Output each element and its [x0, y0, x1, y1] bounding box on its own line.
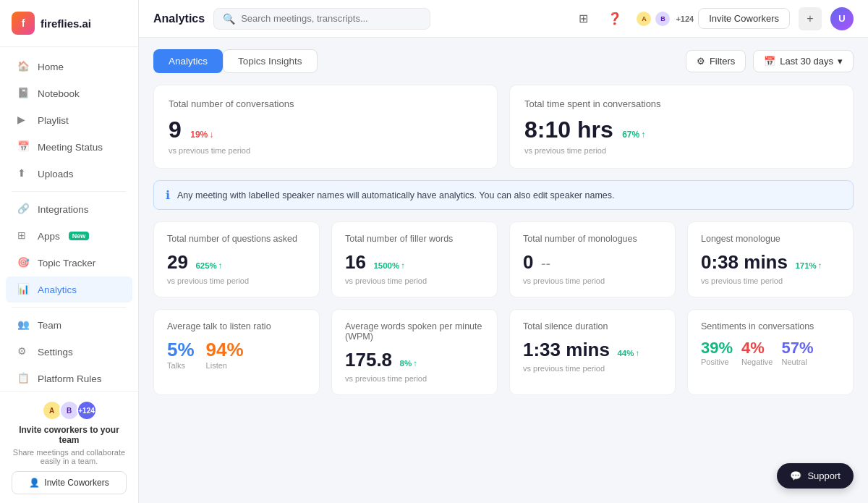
metric-card-questions: Total number of questions asked 29 625%↑… [153, 221, 320, 297]
listen-label: Listen [206, 361, 244, 370]
metrics-grid-row2: Average talk to listen ratio 5% Talks 94… [153, 309, 854, 395]
sidebar: f fireflies.ai 🏠 Home 📓 Notebook ▶ Playl… [0, 0, 139, 503]
sidebar-item-label: Meeting Status [38, 142, 103, 153]
sidebar-item-topic-tracker[interactable]: 🎯 Topic Tracker [6, 250, 132, 276]
logo-icon: f [12, 12, 35, 35]
invite-coworkers-group: A B +124 Invite Coworkers [635, 8, 790, 29]
metric-filler-vs: vs previous time period [345, 276, 484, 285]
metric-filler-title: Total number of filler words [345, 234, 484, 244]
stat-time-title: Total time spent in conversations [524, 98, 838, 109]
date-range-button[interactable]: 📅 Last 30 days ▾ [753, 50, 854, 72]
grid-icon-button[interactable]: ⊞ [571, 7, 595, 30]
sidebar-item-playlist[interactable]: ▶ Playlist [6, 107, 132, 133]
sentiment-values: 39% Positive 4% Negative 57% Neutral [701, 339, 840, 366]
metric-questions-title: Total number of questions asked [167, 234, 306, 244]
metric-longest-title: Longest monologue [701, 234, 840, 244]
invite-coworkers-footer-button[interactable]: 👤 Invite Coworkers [12, 471, 127, 494]
sidebar-footer: A B +124 Invite coworkers to your team S… [0, 391, 138, 503]
metric-longest-vs: vs previous time period [701, 276, 840, 285]
invite-icon: 👤 [29, 478, 40, 488]
stat-conversations-value-row: 9 19%↓ [169, 117, 482, 143]
sidebar-item-label: Settings [38, 347, 73, 358]
metric-card-silence: Total silence duration 1:33 mins 44%↑ vs… [509, 309, 676, 395]
sidebar-item-analytics[interactable]: 📊 Analytics [6, 276, 132, 303]
talks-label: Talks [167, 361, 195, 370]
analytics-icon: 📊 [17, 283, 30, 296]
metric-wpm-change: 8%↑ [400, 359, 417, 368]
top-stats-row: Total number of conversations 9 19%↓ vs … [153, 85, 854, 169]
metric-card-longest-monologue: Longest monologue 0:38 mins 171%↑ vs pre… [687, 221, 854, 297]
footer-avatars: A B +124 [12, 400, 127, 420]
metric-longest-value: 0:38 mins [701, 251, 788, 273]
sidebar-item-uploads[interactable]: ⬆ Uploads [6, 161, 132, 187]
metric-filler-value: 16 [345, 251, 366, 273]
invite-coworkers-topbar-button[interactable]: Invite Coworkers [698, 8, 790, 29]
search-icon: 🔍 [223, 13, 235, 25]
filter-icon: ⚙ [697, 56, 705, 67]
metrics-grid-row1: Total number of questions asked 29 625%↑… [153, 221, 854, 297]
stat-conversations-title: Total number of conversations [169, 98, 482, 109]
metric-questions-change: 625%↑ [195, 261, 222, 270]
support-button[interactable]: 💬 Support [777, 463, 854, 489]
calendar-icon: 📅 [764, 56, 775, 67]
stat-time-vs: vs previous time period [524, 146, 838, 155]
sidebar-item-label: Apps [38, 231, 60, 242]
sidebar-item-meeting-status[interactable]: 📅 Meeting Status [6, 134, 132, 160]
sidebar-item-integrations[interactable]: 🔗 Integrations [6, 196, 132, 222]
playlist-icon: ▶ [17, 114, 30, 127]
info-banner-text: Any meeting with labelled speaker names … [177, 190, 615, 200]
metric-questions-vs: vs previous time period [167, 276, 306, 285]
negative-label: Negative [741, 358, 773, 366]
metric-monologues-value: 0 [523, 251, 533, 273]
content-area: Analytics Topics Insights ⚙ Filters 📅 La… [139, 38, 868, 503]
metric-monologues-vs: vs previous time period [523, 276, 662, 285]
negative-value: 4% [741, 339, 765, 357]
listen-group: 94% Listen [206, 339, 244, 370]
info-icon: ℹ [166, 188, 170, 202]
logo-text: fireflies.ai [41, 17, 91, 30]
metric-card-monologues: Total number of monologues 0 -- vs previ… [509, 221, 676, 297]
add-button[interactable]: + [799, 7, 822, 30]
tab-topics-insights[interactable]: Topics Insights [223, 49, 318, 73]
sidebar-item-home[interactable]: 🏠 Home [6, 54, 132, 80]
metric-monologues-value-row: 0 -- [523, 251, 662, 274]
metric-card-wpm: Average words spoken per minute (WPM) 17… [331, 309, 498, 395]
share-text: Share meetings and collaborate easily in… [12, 448, 127, 465]
sidebar-item-settings[interactable]: ⚙ Settings [6, 339, 132, 365]
topbar-avatar-count: +124 [676, 14, 694, 23]
user-avatar[interactable]: U [830, 7, 854, 30]
team-icon: 👥 [17, 318, 30, 331]
tabs: Analytics Topics Insights [153, 49, 318, 73]
sidebar-item-platform-rules[interactable]: 📋 Platform Rules [6, 365, 132, 391]
sidebar-item-notebook[interactable]: 📓 Notebook [6, 80, 132, 106]
nav-divider [12, 191, 127, 192]
sidebar-item-apps[interactable]: ⊞ Apps New [6, 223, 132, 249]
positive-group: 39% Positive [701, 339, 733, 366]
sidebar-item-team[interactable]: 👥 Team [6, 312, 132, 338]
metric-talk-ratio-title: Average talk to listen ratio [167, 321, 306, 331]
uploads-icon: ⬆ [17, 167, 30, 180]
settings-icon: ⚙ [17, 345, 30, 358]
sidebar-item-label: Notebook [38, 88, 80, 99]
sidebar-item-label: Analytics [38, 284, 77, 295]
help-icon-button[interactable]: ❓ [603, 7, 626, 30]
metric-card-filler: Total number of filler words 16 1500%↑ v… [331, 221, 498, 297]
metric-wpm-value: 175.8 [345, 349, 392, 371]
topbar-avatar-1: A [635, 10, 652, 28]
metric-longest-value-row: 0:38 mins 171%↑ [701, 251, 840, 274]
topbar-title: Analytics [153, 12, 205, 25]
positive-label: Positive [701, 358, 733, 366]
search-box[interactable]: 🔍 [213, 8, 430, 30]
support-label: Support [807, 470, 841, 481]
apps-new-badge: New [69, 232, 90, 240]
metric-silence-vs: vs previous time period [523, 364, 662, 373]
tab-analytics[interactable]: Analytics [153, 49, 223, 73]
invite-coworkers-label: Invite coworkers to your team [12, 425, 127, 445]
apps-icon: ⊞ [17, 229, 30, 242]
sidebar-item-label: Uploads [38, 169, 74, 179]
filters-button[interactable]: ⚙ Filters [686, 50, 746, 72]
neutral-value: 57% [781, 339, 813, 357]
topbar-avatar-2: B [654, 10, 671, 28]
tab-row: Analytics Topics Insights ⚙ Filters 📅 La… [153, 49, 854, 73]
search-input[interactable] [241, 13, 421, 24]
